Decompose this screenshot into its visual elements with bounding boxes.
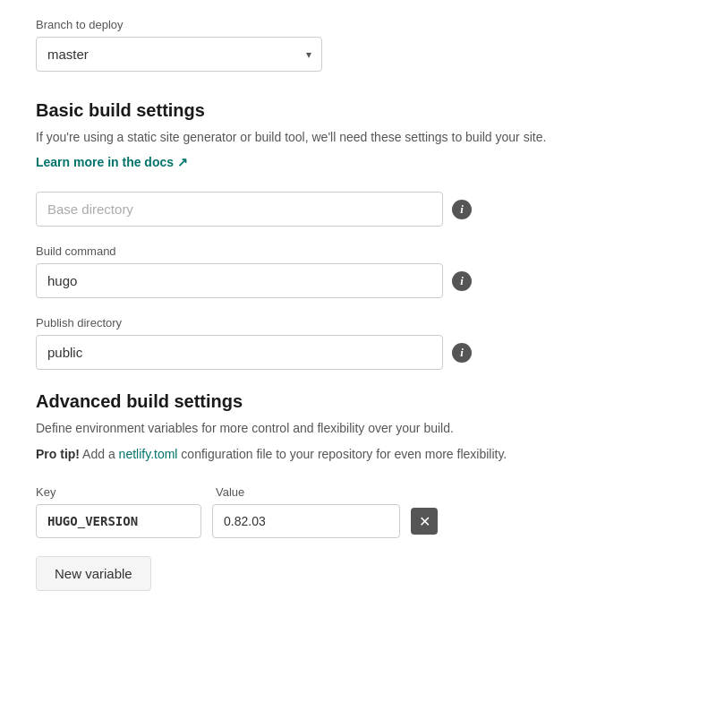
remove-variable-button[interactable]: ✕ xyxy=(411,508,438,535)
build-command-input[interactable] xyxy=(36,263,443,298)
build-command-label: Build command xyxy=(36,244,680,258)
base-directory-input[interactable] xyxy=(36,192,443,227)
netlify-toml-link[interactable]: netlify.toml xyxy=(119,447,178,461)
basic-build-description: If you're using a static site generator … xyxy=(36,128,680,147)
publish-directory-info-icon[interactable]: i xyxy=(452,343,472,363)
close-icon: ✕ xyxy=(419,513,430,530)
kv-key-input[interactable] xyxy=(36,504,201,538)
publish-directory-input[interactable] xyxy=(36,335,443,370)
kv-labels: Key Value xyxy=(36,485,680,499)
branch-select[interactable]: master main develop staging xyxy=(36,37,322,72)
pro-tip-text: Add a xyxy=(80,447,119,461)
publish-directory-row: i xyxy=(36,335,680,370)
branch-select-wrapper: master main develop staging ▾ xyxy=(36,37,322,72)
branch-section: Branch to deploy master main develop sta… xyxy=(36,18,680,72)
base-directory-row: i xyxy=(36,192,680,227)
basic-build-section: Basic build settings If you're using a s… xyxy=(36,100,680,370)
advanced-build-section: Advanced build settings Define environme… xyxy=(36,391,680,591)
advanced-build-title: Advanced build settings xyxy=(36,391,680,412)
basic-build-title: Basic build settings xyxy=(36,100,680,121)
build-command-row: i xyxy=(36,263,680,298)
publish-directory-label: Publish directory xyxy=(36,316,680,330)
build-command-info-icon[interactable]: i xyxy=(452,271,472,291)
key-column-label: Key xyxy=(36,485,201,499)
build-command-group: Build command i xyxy=(36,244,680,298)
branch-label: Branch to deploy xyxy=(36,18,680,31)
pro-tip: Pro tip! Add a netlify.toml configuratio… xyxy=(36,445,680,464)
new-variable-button[interactable]: New variable xyxy=(36,556,151,591)
advanced-build-description: Define environment variables for more co… xyxy=(36,419,680,438)
base-directory-info-icon[interactable]: i xyxy=(452,200,472,219)
publish-directory-group: Publish directory i xyxy=(36,316,680,370)
kv-value-input[interactable] xyxy=(212,504,400,538)
kv-row: ✕ xyxy=(36,504,680,538)
pro-tip-prefix: Pro tip! xyxy=(36,447,80,461)
value-column-label: Value xyxy=(216,485,404,499)
docs-link[interactable]: Learn more in the docs ↗ xyxy=(36,155,188,169)
kv-section: Key Value ✕ xyxy=(36,485,680,538)
pro-tip-suffix: configuration file to your repository fo… xyxy=(177,447,507,461)
